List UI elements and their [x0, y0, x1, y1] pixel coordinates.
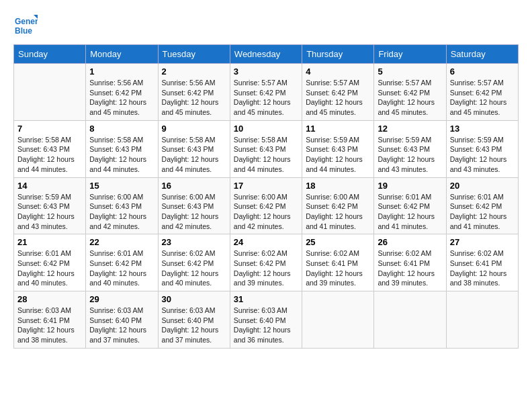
day-info: Sunrise: 5:59 AMSunset: 6:43 PMDaylight:… [378, 136, 435, 173]
calendar-cell: 1Sunrise: 5:56 AMSunset: 6:42 PMDaylight… [86, 64, 158, 121]
calendar-cell: 13Sunrise: 5:59 AMSunset: 6:43 PMDayligh… [446, 120, 518, 177]
calendar-cell: 7Sunrise: 5:58 AMSunset: 6:43 PMDaylight… [14, 120, 86, 177]
day-number: 17 [234, 181, 298, 191]
calendar-cell: 20Sunrise: 6:01 AMSunset: 6:42 PMDayligh… [446, 177, 518, 234]
calendar-cell: 17Sunrise: 6:00 AMSunset: 6:42 PMDayligh… [230, 177, 302, 234]
calendar-cell: 12Sunrise: 5:59 AMSunset: 6:43 PMDayligh… [374, 120, 446, 177]
day-info: Sunrise: 6:02 AMSunset: 6:41 PMDaylight:… [450, 249, 507, 287]
day-info: Sunrise: 6:00 AMSunset: 6:43 PMDaylight:… [162, 193, 219, 230]
calendar-cell: 22Sunrise: 6:01 AMSunset: 6:42 PMDayligh… [86, 234, 158, 291]
day-number: 8 [89, 124, 154, 134]
day-info: Sunrise: 5:59 AMSunset: 6:43 PMDaylight:… [450, 136, 507, 173]
calendar-week-3: 14Sunrise: 5:59 AMSunset: 6:43 PMDayligh… [14, 177, 519, 234]
day-info: Sunrise: 5:56 AMSunset: 6:42 PMDaylight:… [162, 79, 219, 116]
calendar-cell: 6Sunrise: 5:57 AMSunset: 6:42 PMDaylight… [446, 64, 518, 121]
calendar-week-5: 28Sunrise: 6:03 AMSunset: 6:41 PMDayligh… [14, 291, 519, 349]
calendar-cell: 28Sunrise: 6:03 AMSunset: 6:41 PMDayligh… [14, 291, 86, 349]
day-number: 13 [450, 124, 515, 134]
calendar-cell: 14Sunrise: 5:59 AMSunset: 6:43 PMDayligh… [14, 177, 86, 234]
svg-text:General: General [15, 17, 38, 26]
day-info: Sunrise: 6:01 AMSunset: 6:42 PMDaylight:… [89, 249, 146, 287]
calendar-cell: 31Sunrise: 6:03 AMSunset: 6:40 PMDayligh… [230, 291, 302, 349]
day-number: 16 [162, 181, 226, 191]
day-number: 28 [17, 294, 82, 304]
calendar-cell: 27Sunrise: 6:02 AMSunset: 6:41 PMDayligh… [446, 234, 518, 291]
day-number: 30 [162, 294, 226, 304]
day-info: Sunrise: 5:57 AMSunset: 6:42 PMDaylight:… [378, 79, 435, 116]
weekday-header-sunday: Sunday [14, 45, 86, 64]
calendar-cell: 29Sunrise: 6:03 AMSunset: 6:40 PMDayligh… [86, 291, 158, 349]
day-number: 27 [450, 237, 515, 247]
calendar-cell [446, 291, 518, 349]
calendar-cell: 9Sunrise: 5:58 AMSunset: 6:43 PMDaylight… [158, 120, 230, 177]
day-info: Sunrise: 5:57 AMSunset: 6:42 PMDaylight:… [306, 79, 363, 116]
day-number: 2 [162, 66, 226, 77]
day-number: 1 [89, 66, 154, 77]
day-number: 10 [234, 124, 298, 134]
day-info: Sunrise: 5:57 AMSunset: 6:42 PMDaylight:… [450, 79, 507, 116]
day-number: 24 [234, 237, 298, 247]
day-number: 22 [89, 237, 154, 247]
calendar-cell: 19Sunrise: 6:01 AMSunset: 6:42 PMDayligh… [374, 177, 446, 234]
day-number: 31 [234, 294, 298, 304]
day-info: Sunrise: 6:02 AMSunset: 6:41 PMDaylight:… [306, 249, 363, 287]
calendar-week-2: 7Sunrise: 5:58 AMSunset: 6:43 PMDaylight… [14, 120, 519, 177]
calendar-cell: 21Sunrise: 6:01 AMSunset: 6:42 PMDayligh… [14, 234, 86, 291]
day-info: Sunrise: 6:02 AMSunset: 6:42 PMDaylight:… [234, 249, 291, 287]
weekday-header-monday: Monday [86, 45, 158, 64]
weekday-header-saturday: Saturday [446, 45, 518, 64]
calendar-table: SundayMondayTuesdayWednesdayThursdayFrid… [13, 44, 519, 349]
weekday-header-friday: Friday [374, 45, 446, 64]
day-info: Sunrise: 6:01 AMSunset: 6:42 PMDaylight:… [450, 193, 507, 230]
day-number: 20 [450, 181, 515, 191]
weekday-header-wednesday: Wednesday [230, 45, 302, 64]
calendar-cell: 16Sunrise: 6:00 AMSunset: 6:43 PMDayligh… [158, 177, 230, 234]
calendar-cell: 30Sunrise: 6:03 AMSunset: 6:40 PMDayligh… [158, 291, 230, 349]
day-number: 5 [378, 66, 442, 77]
svg-text:Blue: Blue [15, 26, 32, 36]
day-info: Sunrise: 6:00 AMSunset: 6:43 PMDaylight:… [89, 193, 146, 230]
weekday-header-thursday: Thursday [302, 45, 374, 64]
calendar-week-4: 21Sunrise: 6:01 AMSunset: 6:42 PMDayligh… [14, 234, 519, 291]
day-number: 19 [378, 181, 442, 191]
day-info: Sunrise: 5:58 AMSunset: 6:43 PMDaylight:… [162, 136, 219, 173]
page-header: General Blue [13, 13, 519, 38]
calendar-cell: 8Sunrise: 5:58 AMSunset: 6:43 PMDaylight… [86, 120, 158, 177]
day-number: 12 [378, 124, 442, 134]
calendar-cell: 11Sunrise: 5:59 AMSunset: 6:43 PMDayligh… [302, 120, 374, 177]
day-number: 6 [450, 66, 515, 77]
day-number: 11 [306, 124, 370, 134]
day-info: Sunrise: 6:02 AMSunset: 6:42 PMDaylight:… [162, 249, 219, 287]
day-number: 25 [306, 237, 370, 247]
calendar-cell [302, 291, 374, 349]
day-number: 4 [306, 66, 370, 77]
day-info: Sunrise: 6:01 AMSunset: 6:42 PMDaylight:… [17, 249, 75, 287]
day-number: 18 [306, 181, 370, 191]
day-info: Sunrise: 6:01 AMSunset: 6:42 PMDaylight:… [378, 193, 435, 230]
calendar-cell: 2Sunrise: 5:56 AMSunset: 6:42 PMDaylight… [158, 64, 230, 121]
calendar-week-1: 1Sunrise: 5:56 AMSunset: 6:42 PMDaylight… [14, 64, 519, 121]
day-info: Sunrise: 5:58 AMSunset: 6:43 PMDaylight:… [89, 136, 146, 173]
day-number: 7 [17, 124, 82, 134]
day-number: 14 [17, 181, 82, 191]
day-info: Sunrise: 6:03 AMSunset: 6:40 PMDaylight:… [234, 306, 291, 344]
day-info: Sunrise: 5:58 AMSunset: 6:43 PMDaylight:… [17, 136, 75, 173]
day-info: Sunrise: 5:56 AMSunset: 6:42 PMDaylight:… [89, 79, 146, 116]
day-info: Sunrise: 5:59 AMSunset: 6:43 PMDaylight:… [17, 193, 75, 230]
calendar-cell: 25Sunrise: 6:02 AMSunset: 6:41 PMDayligh… [302, 234, 374, 291]
calendar-cell: 23Sunrise: 6:02 AMSunset: 6:42 PMDayligh… [158, 234, 230, 291]
calendar-cell: 26Sunrise: 6:02 AMSunset: 6:41 PMDayligh… [374, 234, 446, 291]
day-number: 29 [89, 294, 154, 304]
logo-svg: General Blue [13, 13, 38, 38]
day-number: 23 [162, 237, 226, 247]
day-info: Sunrise: 6:03 AMSunset: 6:40 PMDaylight:… [162, 306, 219, 344]
day-info: Sunrise: 6:00 AMSunset: 6:42 PMDaylight:… [234, 193, 291, 230]
logo: General Blue [13, 13, 38, 38]
calendar-cell [14, 64, 86, 121]
calendar-cell: 5Sunrise: 5:57 AMSunset: 6:42 PMDaylight… [374, 64, 446, 121]
day-number: 21 [17, 237, 82, 247]
calendar-cell: 10Sunrise: 5:58 AMSunset: 6:43 PMDayligh… [230, 120, 302, 177]
calendar-cell: 3Sunrise: 5:57 AMSunset: 6:42 PMDaylight… [230, 64, 302, 121]
day-number: 9 [162, 124, 226, 134]
calendar-cell: 18Sunrise: 6:00 AMSunset: 6:42 PMDayligh… [302, 177, 374, 234]
